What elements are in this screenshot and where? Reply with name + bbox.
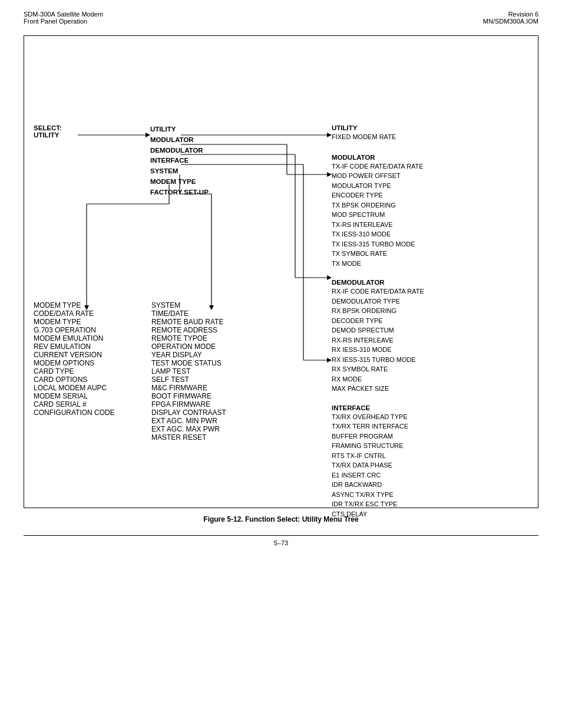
sys-item-5: OPERATION MODE	[151, 342, 226, 351]
interface-section: INTERFACE TX/RX OVERHEAD TYPE TX/RX TERR…	[332, 404, 424, 519]
utility-section: UTILITY FIXED MODEM RATE	[332, 124, 424, 142]
mt-item-4: MODEM EMULATION	[34, 334, 115, 342]
demod-item-10: RX MODE	[332, 374, 424, 384]
demod-item-7: RX IESS-310 MODE	[332, 345, 424, 355]
header-product: SDM-300A Satellite Modem	[24, 11, 103, 18]
sys-item-1: TIME/DATE	[151, 309, 226, 318]
demod-item-11: MAX PACKET SIZE	[332, 384, 424, 394]
sys-item-3: REMOTE ADDRESS	[151, 326, 226, 334]
iface-item-1: TX/RX OVERHEAD TYPE	[332, 412, 424, 422]
mod-item-10: TX SYMBOL RATE	[332, 249, 424, 259]
header-right: Revision 6 MN/SDM300A.IOM	[483, 11, 538, 25]
svg-marker-1	[146, 133, 150, 137]
iface-item-11: CTS DELAY	[332, 509, 424, 519]
sys-item-10: M&C FIRMWARE	[151, 384, 226, 392]
mod-item-11: TX MODE	[332, 259, 424, 269]
menu-item-interface: INTERFACE	[150, 156, 209, 166]
svg-marker-15	[327, 358, 332, 363]
mod-item-8: TX IESS-310 MODE	[332, 229, 424, 239]
sys-item-14: EXT AGC. MIN PWR	[151, 417, 226, 425]
modem-type-col: MODEM TYPE CODE/DATA RATE MODEM TYPE G.7…	[34, 301, 115, 417]
sys-item-6: YEAR DISPLAY	[151, 351, 226, 359]
mt-item-10: LOCAL MODEM AUPC	[34, 384, 115, 392]
mod-item-3: MODULATOR TYPE	[332, 181, 424, 191]
mt-item-6: CURRENT VERSION	[34, 351, 115, 359]
modulator-title: MODULATOR	[332, 154, 424, 161]
select-value: UTILITY	[34, 131, 62, 139]
mt-item-9: CARD OPTIONS	[34, 375, 115, 384]
demod-item-2: DEMODULATOR TYPE	[332, 297, 424, 307]
page-footer: 5–73	[24, 535, 538, 546]
iface-item-8: IDR BACKWARD	[332, 480, 424, 490]
mt-item-1: CODE/DATA RATE	[34, 309, 115, 318]
mt-item-3: G.703 OPERATION	[34, 326, 115, 334]
demod-item-4: DECODER TYPE	[332, 316, 424, 326]
mod-item-4: ENCODER TYPE	[332, 190, 424, 200]
mt-item-5: REV EMULATION	[34, 342, 115, 351]
select-label: SELECT:	[34, 124, 62, 131]
mt-item-13: CONFIGURATION CODE	[34, 409, 115, 417]
menu-item-utility: UTILITY	[150, 124, 209, 135]
svg-marker-7	[327, 172, 332, 177]
demod-item-6: RX-RS INTERLEAVE	[332, 335, 424, 345]
header-docnum: MN/SDM300A.IOM	[483, 18, 538, 25]
submenu-col: UTILITY FIXED MODEM RATE MODULATOR TX-IF…	[332, 124, 424, 522]
sys-item-9: SELF TEST	[151, 375, 226, 384]
sys-item-8: LAMP TEST	[151, 367, 226, 375]
menu-item-modulator: MODULATOR	[150, 135, 209, 146]
iface-item-2: TX/RX TERR INTERFACE	[332, 421, 424, 431]
demod-item-9: RX SYMBOL RATE	[332, 364, 424, 374]
mt-item-11: MODEM SERIAL	[34, 392, 115, 400]
utility-title: UTILITY	[332, 124, 424, 131]
iface-item-6: TX/RX DATA PHASE	[332, 460, 424, 470]
mod-item-1: TX-IF CODE RATE/DATA RATE	[332, 162, 424, 172]
mt-item-12: CARD SERIAL #	[34, 400, 115, 409]
sys-item-7: TEST MODE STATUS	[151, 359, 226, 367]
figure-caption: Figure 5-12. Function Select: Utility Me…	[0, 515, 562, 523]
mod-item-6: MOD SPECTRUM	[332, 210, 424, 220]
iface-item-5: RTS TX-IF CNTRL	[332, 451, 424, 461]
sys-item-13: DISPLAY CONTRAAST	[151, 409, 226, 417]
sys-item-4: REMOTE TYPOE	[151, 334, 226, 342]
header-section: Front Panel Operation	[24, 18, 103, 25]
demodulator-section: DEMODULATOR RX-IF CODE RATE/DATA RATE DE…	[332, 279, 424, 394]
iface-item-3: BUFFER PROGRAM	[332, 431, 424, 442]
demod-item-8: RX IESS-315 TURBO MODE	[332, 355, 424, 365]
header-left: SDM-300A Satellite Modem Front Panel Ope…	[24, 11, 103, 25]
menu-item-modem-type: MODEM TYPE	[150, 177, 209, 187]
demodulator-title: DEMODULATOR	[332, 279, 424, 286]
system-col: SYSTEM TIME/DATE REMOTE BAUD RATE REMOTE…	[151, 301, 226, 442]
diagram-container: SELECT: UTILITY UTILITY MODULATOR DEMODU…	[24, 35, 538, 508]
mt-item-7: MODEM OPTIONS	[34, 359, 115, 367]
iface-item-4: FRAMING STRUCTURE	[332, 441, 424, 451]
sys-item-15: EXT AGC. MAX PWR	[151, 425, 226, 433]
sys-item-12: FPGA FIRMWARE	[151, 400, 226, 409]
mt-item-2: MODEM TYPE	[34, 318, 115, 326]
page-number: 5–73	[274, 539, 288, 546]
sys-item-16: MASTER RESET	[151, 433, 226, 442]
mod-item-9: TX IESS-315 TURBO MODE	[332, 239, 424, 249]
diagram-inner: SELECT: UTILITY UTILITY MODULATOR DEMODU…	[34, 48, 528, 496]
svg-marker-11	[327, 275, 332, 280]
arrows-svg	[34, 48, 528, 496]
iface-item-7: E1 INSERT CRC	[332, 470, 424, 480]
select-block: SELECT: UTILITY	[34, 124, 62, 139]
utility-item-1: FIXED MODEM RATE	[332, 132, 424, 142]
demod-item-5: DEMOD SPRECTUM	[332, 325, 424, 335]
modulator-section: MODULATOR TX-IF CODE RATE/DATA RATE MOD …	[332, 154, 424, 269]
demod-item-1: RX-IF CODE RATE/DATA RATE	[332, 286, 424, 297]
iface-item-9: ASYNC TX/RX TYPE	[332, 490, 424, 500]
mod-item-2: MOD POWER OFFSET	[332, 171, 424, 181]
page-header: SDM-300A Satellite Modem Front Panel Ope…	[0, 0, 562, 29]
interface-title: INTERFACE	[332, 404, 424, 411]
menu-item-system: SYSTEM	[150, 166, 209, 177]
mod-item-5: TX BPSK ORDERING	[332, 200, 424, 210]
sys-item-2: REMOTE BAUD RATE	[151, 318, 226, 326]
mt-item-8: CARD TYPE	[34, 367, 115, 375]
modem-type-title: MODEM TYPE	[34, 301, 115, 309]
system-title: SYSTEM	[151, 301, 226, 309]
sys-item-11: BOOT FIRMWARE	[151, 392, 226, 400]
menu-item-factory: FACTORY SET-UP	[150, 187, 209, 198]
mod-item-7: TX-RS INTERLEAVE	[332, 220, 424, 230]
menu-item-demodulator: DEMODULATOR	[150, 146, 209, 156]
